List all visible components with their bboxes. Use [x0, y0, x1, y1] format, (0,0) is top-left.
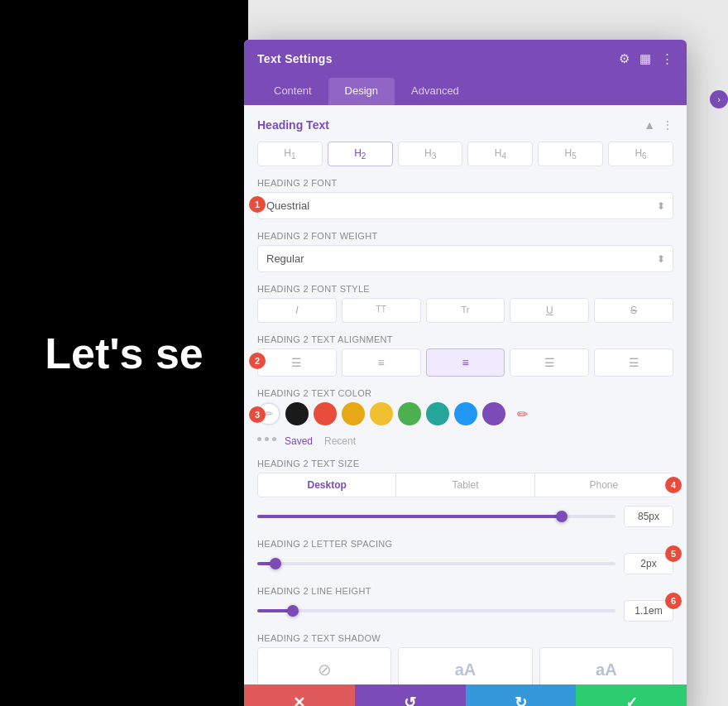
font-weight-field: Heading 2 Font Weight Regular	[257, 231, 673, 272]
color-blue[interactable]	[454, 402, 477, 425]
font-style-field: Heading 2 Font Style I TT Tr U S	[257, 284, 673, 323]
color-more-dots[interactable]	[257, 437, 276, 441]
saved-label[interactable]: Saved	[285, 435, 313, 447]
letter-spacing-slider-track[interactable]	[257, 562, 615, 565]
settings-icon[interactable]: ⚙	[619, 51, 630, 66]
size-tab-desktop[interactable]: Desktop	[258, 473, 396, 497]
tab-content[interactable]: Content	[257, 78, 328, 105]
more-options-icon[interactable]: ⋮	[662, 118, 673, 132]
h1-button[interactable]: H1	[257, 142, 323, 166]
section-header-icons: ▲ ⋮	[644, 118, 673, 132]
text-size-value[interactable]: 85px	[624, 506, 673, 527]
h2-button[interactable]: H2	[328, 142, 393, 166]
shadow-none-button[interactable]: ⊘	[257, 647, 391, 684]
line-height-slider-row: 1.1em	[257, 600, 673, 622]
font-select[interactable]: Questrial	[257, 192, 673, 219]
h4-button[interactable]: H4	[467, 142, 533, 166]
text-size-slider-thumb[interactable]	[556, 511, 568, 522]
shadow-1-button[interactable]: aA	[398, 647, 532, 684]
smallcaps-button[interactable]: Tr	[426, 298, 505, 323]
letter-spacing-label: Heading 2 Letter Spacing	[257, 539, 673, 549]
shadow-grid: ⊘ aA aA aA aA aA	[257, 647, 673, 684]
font-label: Heading 2 Font	[257, 178, 673, 188]
text-size-label: Heading 2 Text Size	[257, 459, 673, 468]
panel-tabs: Content Design Advanced	[244, 78, 687, 105]
background-left: Let's se	[0, 0, 248, 706]
strikethrough-button[interactable]: S	[594, 298, 673, 323]
heading-level-buttons: H1 H2 H3 H4 H5 H6	[257, 142, 673, 166]
h3-button[interactable]: H3	[398, 142, 463, 166]
text-size-slider-track[interactable]	[257, 515, 615, 518]
background-text: Let's se	[45, 329, 204, 378]
recent-label[interactable]: Recent	[324, 435, 356, 447]
caps-button[interactable]: TT	[342, 298, 421, 323]
save-button[interactable]: ✓	[576, 684, 687, 706]
no-shadow-icon: ⊘	[318, 660, 332, 680]
font-field: Heading 2 Font Questrial 1	[257, 178, 673, 219]
text-color-field: Heading 2 Text Color 3 ✏ ✏	[257, 388, 673, 447]
color-black[interactable]	[285, 402, 309, 425]
font-select-wrapper: Questrial	[257, 192, 673, 219]
align-right-button[interactable]: ☰	[510, 348, 589, 377]
line-height-slider-thumb[interactable]	[287, 605, 299, 617]
badge-6: 6	[665, 593, 682, 609]
section-header: Heading Text ▲ ⋮	[257, 118, 673, 132]
style-buttons: I TT Tr U S	[257, 298, 673, 323]
size-tab-phone[interactable]: Phone	[535, 473, 673, 497]
color-green[interactable]	[398, 402, 421, 425]
h6-button[interactable]: H6	[608, 142, 673, 166]
text-size-slider-fill	[257, 515, 562, 518]
panel-footer: ✕ ↺ ↻ ✓	[244, 684, 687, 706]
saved-recent-tabs: Saved Recent	[285, 435, 356, 447]
color-pen[interactable]: ✏	[510, 402, 534, 425]
text-size-slider-row: 85px	[257, 506, 673, 527]
underline-button[interactable]: U	[510, 298, 589, 323]
color-label: Heading 2 Text Color	[257, 388, 673, 398]
panel-body: Heading Text ▲ ⋮ H1 H2 H3 H4 H5 H6 Headi…	[244, 105, 687, 684]
align-center-button[interactable]: ≡	[342, 348, 421, 377]
layout-icon[interactable]: ▦	[639, 51, 651, 66]
italic-button[interactable]: I	[257, 298, 337, 323]
tab-advanced[interactable]: Advanced	[395, 78, 476, 105]
color-red[interactable]	[314, 402, 337, 425]
font-weight-label: Heading 2 Font Weight	[257, 231, 673, 241]
color-swatches-row: ✏ ✏	[257, 402, 673, 425]
text-size-field: Heading 2 Text Size Desktop Tablet Phone…	[257, 459, 673, 527]
line-height-label: Heading 2 Line Height	[257, 586, 673, 596]
header-icons: ⚙ ▦ ⋮	[619, 51, 673, 66]
device-size-tabs: Desktop Tablet Phone	[257, 473, 673, 497]
panel-header: Text Settings ⚙ ▦ ⋮	[244, 40, 687, 78]
font-style-label: Heading 2 Font Style	[257, 284, 673, 294]
more-icon[interactable]: ⋮	[661, 51, 673, 66]
color-orange[interactable]	[342, 402, 365, 425]
right-edge-close-button[interactable]: ›	[710, 90, 728, 108]
redo-button[interactable]: ↻	[466, 684, 577, 706]
line-height-slider-track[interactable]	[257, 609, 615, 612]
badge-5: 5	[665, 545, 682, 562]
letter-spacing-field: Heading 2 Letter Spacing 2px 5	[257, 539, 673, 574]
text-settings-panel: Text Settings ⚙ ▦ ⋮ Content Design Advan…	[244, 40, 687, 706]
chevron-up-icon[interactable]: ▲	[644, 118, 655, 132]
text-shadow-field: Heading 2 Text Shadow ⊘ aA aA aA aA	[257, 633, 673, 684]
shadow-2-button[interactable]: aA	[539, 647, 673, 684]
alignment-buttons: ☰ ≡ ≡ ☰ ☰	[257, 348, 673, 377]
align-justify-button[interactable]: ☰	[594, 348, 673, 377]
font-weight-select[interactable]: Regular	[257, 245, 673, 272]
color-teal[interactable]	[426, 402, 449, 425]
text-shadow-label: Heading 2 Text Shadow	[257, 633, 673, 643]
undo-button[interactable]: ↺	[355, 684, 466, 706]
size-tab-tablet[interactable]: Tablet	[396, 473, 534, 497]
line-height-field: Heading 2 Line Height 1.1em 6	[257, 586, 673, 622]
color-purple[interactable]	[482, 402, 505, 425]
align-center2-button[interactable]: ≡	[426, 348, 505, 377]
letter-spacing-slider-row: 2px	[257, 553, 673, 574]
align-left-button[interactable]: ☰	[257, 348, 337, 377]
section-title: Heading Text	[257, 118, 329, 132]
color-yellow[interactable]	[370, 402, 393, 425]
tab-design[interactable]: Design	[328, 78, 395, 105]
h5-button[interactable]: H5	[538, 142, 603, 166]
letter-spacing-slider-thumb[interactable]	[270, 558, 281, 569]
font-weight-select-wrapper: Regular	[257, 245, 673, 272]
cancel-button[interactable]: ✕	[244, 684, 355, 706]
alignment-label: Heading 2 Text Alignment	[257, 334, 673, 344]
